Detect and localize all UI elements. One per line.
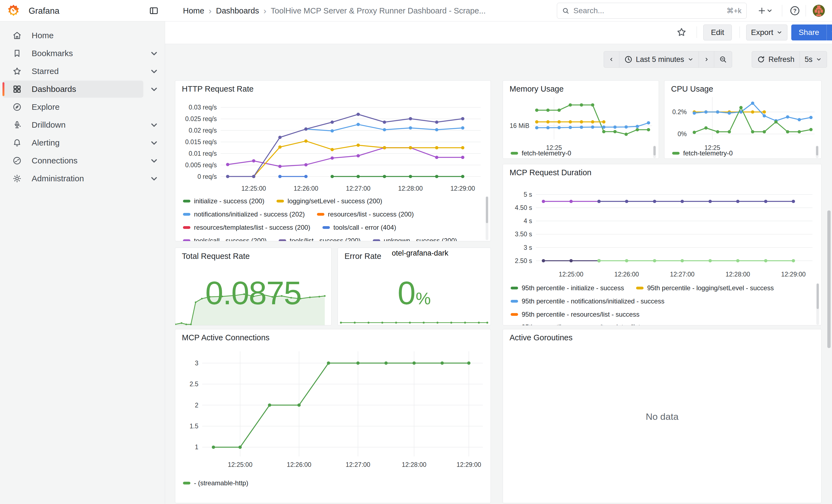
chevron-down-icon[interactable]: [149, 48, 160, 59]
sidebar-item-home[interactable]: Home: [2, 27, 144, 44]
panel-active-goroutines: Active Goroutines No data: [503, 329, 822, 503]
chevron-down-icon[interactable]: [149, 84, 160, 95]
svg-text:12:27:00: 12:27:00: [345, 461, 370, 468]
svg-text:3 s: 3 s: [524, 244, 532, 251]
sidebar-item-dashboards[interactable]: Dashboards: [2, 81, 144, 98]
legend-item[interactable]: 95th percentile - initialize - success: [511, 284, 624, 292]
breadcrumb-home[interactable]: Home: [183, 6, 204, 16]
favorite-star-icon[interactable]: [676, 27, 687, 37]
refresh-interval-label: 5s: [805, 55, 813, 64]
time-shift-forward-button[interactable]: [699, 51, 714, 68]
legend-scrollbar-thumb[interactable]: [816, 146, 818, 155]
chevron-down-icon[interactable]: [149, 137, 160, 148]
sidebar-item-drilldown[interactable]: Drilldown: [2, 116, 144, 133]
legend-item[interactable]: 95th percentile - logging/setLevel - suc…: [636, 284, 774, 292]
legend-scrollbar-thumb[interactable]: [486, 197, 488, 223]
chevron-down-icon[interactable]: [149, 66, 160, 77]
chevron-down-icon[interactable]: [149, 173, 160, 184]
legend-scrollbar-thumb[interactable]: [816, 284, 819, 309]
legend-item[interactable]: fetch-telemetry-0: [672, 150, 733, 157]
legend-item[interactable]: resources/templates/list - success (200): [183, 224, 310, 231]
panel-title[interactable]: Active Goroutines: [510, 333, 573, 342]
legend-item[interactable]: initialize - success (200): [183, 197, 264, 205]
mcp-request-duration-chart[interactable]: 5 s4.50 s4 s3.50 s3 s2.50 s12:25:0012:26…: [506, 180, 819, 282]
svg-text:12:29:00: 12:29:00: [781, 271, 806, 278]
svg-text:12:26:00: 12:26:00: [287, 461, 311, 468]
panel-title[interactable]: Error Rate: [344, 252, 381, 261]
breadcrumb-separator: ›: [209, 6, 212, 16]
memory-usage-chart[interactable]: 16 MiB12:25: [506, 93, 656, 152]
refresh-label: Refresh: [769, 55, 795, 64]
legend-row: 95th percentile - notifications/initiali…: [511, 297, 665, 305]
panel-title[interactable]: Memory Usage: [510, 84, 564, 94]
zoom-out-button[interactable]: [714, 51, 732, 68]
svg-text:12:25:00: 12:25:00: [228, 461, 253, 468]
legend-item[interactable]: - (streamable-http): [183, 479, 248, 487]
sidebar-item-bookmarks[interactable]: Bookmarks: [2, 45, 144, 62]
svg-text:0 req/s: 0 req/s: [198, 173, 217, 180]
svg-text:12:25:00: 12:25:00: [559, 271, 583, 278]
star-icon: [12, 67, 22, 76]
svg-text:1.5: 1.5: [189, 423, 198, 430]
svg-text:12:29:00: 12:29:00: [450, 185, 475, 192]
panel-title[interactable]: MCP Request Duration: [510, 168, 592, 177]
sidebar-item-connections[interactable]: Connections: [2, 152, 144, 169]
edit-button-label: Edit: [711, 28, 724, 37]
legend-item[interactable]: 95th percentile - resources/list - succe…: [511, 311, 640, 318]
edit-button[interactable]: Edit: [703, 25, 732, 41]
chevron-down-icon: [776, 29, 782, 35]
refresh-interval-picker[interactable]: 5s: [800, 51, 827, 68]
panel-title[interactable]: HTTP Request Rate: [182, 84, 254, 94]
no-data-message: No data: [503, 411, 821, 422]
panel-error-rate: Error Rate otel-grafana-dark 0%: [338, 247, 491, 325]
help-button[interactable]: ?: [786, 0, 804, 22]
legend-item[interactable]: fetch-telemetry-0: [511, 150, 571, 157]
legend-item[interactable]: tools/list - success (200): [279, 237, 360, 241]
cpu-usage-chart[interactable]: 0.2%0%12:25: [667, 93, 819, 152]
legend-item[interactable]: tools/call - error (404): [322, 224, 396, 231]
sidebar-item-explore[interactable]: Explore: [2, 99, 144, 115]
share-button-label: Share: [799, 28, 820, 37]
refresh-button[interactable]: Refresh: [752, 51, 800, 68]
chevron-down-icon[interactable]: [149, 120, 160, 130]
legend-row: notifications/initialized - success (202…: [183, 210, 414, 218]
dock-sidebar-icon[interactable]: [149, 6, 158, 16]
svg-text:12:28:00: 12:28:00: [398, 185, 423, 192]
page-scrollbar-thumb[interactable]: [827, 210, 831, 348]
drilldown-icon: [12, 120, 22, 130]
chevron-down-icon[interactable]: [149, 155, 160, 166]
time-shift-back-button[interactable]: [604, 51, 619, 68]
mcp-active-connections-chart[interactable]: 11.522.5312:25:0012:26:0012:27:0012:28:0…: [178, 346, 488, 472]
error-rate-unit: %: [416, 289, 431, 308]
search-input[interactable]: Search... ⌘+k: [557, 3, 747, 19]
legend-item[interactable]: 95th percentile - resources/templates/li…: [511, 323, 670, 325]
panel-title[interactable]: MCP Active Connections: [182, 333, 270, 342]
legend-item[interactable]: tools/call - success (200): [183, 237, 267, 241]
share-menu-button[interactable]: [827, 25, 832, 41]
datasource-tooltip: otel-grafana-dark: [392, 249, 448, 258]
legend-item[interactable]: unknown - success (200): [373, 237, 457, 241]
export-button[interactable]: Export: [746, 25, 787, 41]
panel-title[interactable]: CPU Usage: [671, 84, 713, 94]
svg-text:12:29:00: 12:29:00: [457, 461, 481, 468]
bell-icon: [12, 138, 22, 148]
legend-item[interactable]: logging/setLevel - success (200): [277, 197, 382, 205]
grafana-logo-icon[interactable]: [7, 4, 20, 17]
sidebar-item-alerting[interactable]: Alerting: [2, 134, 144, 151]
panel-title[interactable]: Total Request Rate: [182, 252, 250, 261]
breadcrumb-dashboards[interactable]: Dashboards: [216, 6, 259, 16]
legend-item[interactable]: 95th percentile - notifications/initiali…: [511, 297, 665, 305]
legend-item[interactable]: notifications/initialized - success (202…: [183, 210, 305, 218]
legend-scrollbar-thumb[interactable]: [653, 146, 656, 155]
http-request-rate-chart[interactable]: 0 req/s0.005 req/s0.01 req/s0.015 req/s0…: [178, 96, 486, 194]
legend-row: tools/call - success (200) tools/list - …: [183, 237, 457, 241]
sidebar-item-administration[interactable]: Administration: [2, 170, 144, 187]
user-avatar[interactable]: [810, 0, 828, 22]
time-range-picker[interactable]: Last 5 minutes: [619, 51, 699, 68]
share-button[interactable]: Share: [791, 25, 827, 41]
sidebar-item-starred[interactable]: Starred: [2, 63, 144, 80]
legend-item[interactable]: resources/list - success (200): [317, 210, 414, 218]
sidebar-item-label: Administration: [32, 174, 84, 183]
svg-text:2.5: 2.5: [189, 380, 198, 388]
add-new-button[interactable]: [753, 0, 777, 22]
